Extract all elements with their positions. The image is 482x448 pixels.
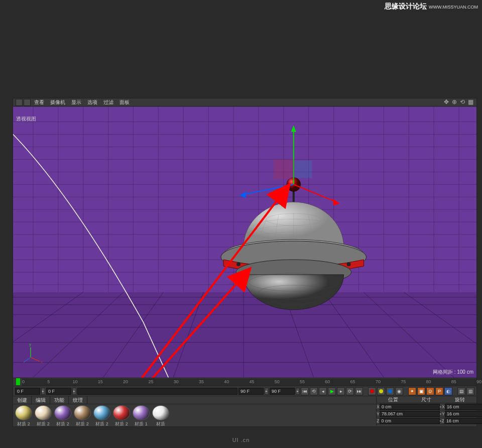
material-item[interactable]: 材质 1 [132,405,151,427]
material-swatch [15,405,32,420]
timeline-tick: 50 [275,379,280,384]
material-swatch [54,405,71,420]
zoom-icon[interactable]: ⊕ [451,98,458,105]
material-item[interactable]: 材质 [151,405,170,427]
menu-display[interactable]: 显示 [68,99,84,106]
material-item[interactable]: 材质 2 [92,405,111,427]
nav-prev-icon[interactable] [16,99,23,106]
material-item[interactable]: 材质 2 [53,405,72,427]
watermark-top: 思缘设计论坛 WWW.MISSYUAN.COM [385,2,478,11]
coord-header-rot: 旋转 [443,396,476,403]
timeline-tick: 80 [426,379,431,384]
spinner-up[interactable]: ▸ [41,388,45,395]
nav-next-icon[interactable] [24,99,31,106]
tab-edit[interactable]: 编辑 [32,396,50,404]
record-icon[interactable] [368,387,376,395]
rec-pos-icon[interactable]: ✦ [408,387,416,395]
material-name-label: 材质 2 [73,421,92,427]
next-frame-icon[interactable]: ▸ [337,387,345,395]
goto-end-icon[interactable]: ⏭ [355,387,363,395]
menu-camera[interactable]: 摄像机 [47,99,68,106]
material-name-label: 材质 1 [132,421,151,427]
pos-input[interactable] [380,418,440,424]
playback-controls: ▸ ▸ ▸ ▸ ⏮ ⟲ ◂ ▶ ▸ ⟳ ⏭ ◉ ✦ ▣ ⊙ P ◐ ▤ ▥ [13,386,476,396]
material-item[interactable]: 材质 2 [112,405,131,427]
material-tabs: 创建 编辑 功能 纹理 [13,396,376,404]
spinner[interactable]: ▸ [265,388,269,395]
svg-rect-78 [295,160,312,178]
coord-row: Z▸Z▸B▸ [377,417,476,424]
tab-texture[interactable]: 纹理 [69,396,87,404]
timeline-tick: 45 [250,379,255,384]
coord-row: X▸X▸H▸ [377,403,476,410]
prev-key-icon[interactable]: ⟲ [310,387,318,395]
timeline-ruler[interactable]: 051015202530354045505560657075808590 [22,379,476,386]
spinner-up[interactable]: ▸ [72,388,76,395]
svg-point-66 [347,262,351,266]
play-icon[interactable]: ▶ [328,387,336,395]
material-swatch [113,405,130,420]
layout-icon[interactable]: ▦ [467,98,474,105]
timeline-tick: 75 [401,379,406,384]
material-name-label: 材质 2 [92,421,111,427]
rec-param-icon[interactable]: P [435,387,443,395]
menu-view[interactable]: 查看 [31,99,47,106]
end-frame-input[interactable] [270,388,295,395]
goto-start-icon[interactable]: ⏮ [301,387,309,395]
svg-text:x: x [41,360,43,364]
timeline-tick: 5 [47,379,50,384]
current-frame-input[interactable] [46,388,71,395]
svg-rect-1 [13,292,476,378]
tab-create[interactable]: 创建 [13,396,32,404]
rec-pla-icon[interactable]: ◐ [444,387,452,395]
key-options-icon[interactable]: ◉ [395,387,403,395]
material-name-label: 材质 2 [53,421,72,427]
size-input[interactable] [445,411,482,417]
size-input[interactable] [444,418,482,424]
tab-function[interactable]: 功能 [50,396,69,404]
timeline-playhead[interactable] [16,378,20,385]
pos-input[interactable] [380,411,440,417]
timeline-tick: 60 [325,379,330,384]
timeline-tick: 40 [224,379,229,384]
extra-icon-2[interactable]: ▥ [466,387,474,395]
viewport-canvas: x y [13,106,476,378]
material-swatch [35,405,52,420]
material-list: 材质 2材质 2材质 2材质 2材质 2材质 2材质 1材质 [13,404,376,428]
rec-rot-icon[interactable]: ⊙ [426,387,434,395]
coord-row: Y▸Y▸P▸ [377,410,476,417]
menu-panel[interactable]: 面板 [116,99,133,106]
material-item[interactable]: 材质 2 [14,405,33,427]
playback-slider[interactable] [77,388,237,395]
pan-icon[interactable]: ✥ [443,98,450,105]
material-item[interactable]: 材质 2 [34,405,53,427]
material-swatch [74,405,91,420]
menu-options[interactable]: 选项 [84,99,100,106]
start-frame-input[interactable] [15,388,40,395]
grid-spacing-label: 网格间距 : 100 cm [433,369,473,376]
material-item[interactable]: 材质 2 [73,405,92,427]
timeline-tick: 0 [22,379,25,384]
autokey-icon[interactable] [377,387,385,395]
timeline-tick: 55 [300,379,305,384]
timeline-tick: 90 [476,379,481,384]
menu-filter[interactable]: 过滤 [100,99,116,106]
prev-frame-icon[interactable]: ◂ [319,387,327,395]
extra-icon-1[interactable]: ▤ [457,387,465,395]
timeline-tick: 65 [350,379,355,384]
size-input[interactable] [445,404,482,410]
pos-input[interactable] [380,404,440,410]
timeline[interactable]: 051015202530354045505560657075808590 [13,378,476,386]
viewport-3d[interactable]: 透视视图 [13,106,476,378]
next-key-icon[interactable]: ⟳ [346,387,354,395]
coord-header-size: 尺寸 [410,396,443,403]
svg-rect-77 [274,159,294,179]
timeline-tick: 30 [174,379,179,384]
svg-text:y: y [29,342,31,347]
range-end-input[interactable] [238,388,264,395]
timeline-tick: 35 [199,379,204,384]
rotate-icon[interactable]: ⟲ [459,98,466,105]
rec-scale-icon[interactable]: ▣ [417,387,425,395]
keyframe-icon[interactable] [386,387,394,395]
spinner[interactable]: ▸ [296,388,300,395]
